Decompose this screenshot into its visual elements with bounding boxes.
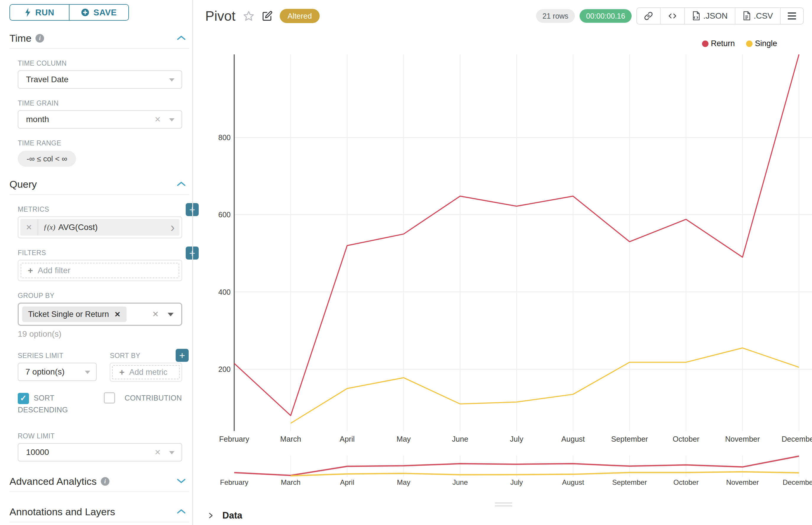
sort-descending-checkbox[interactable]: ✓ bbox=[18, 393, 29, 404]
caret-down-icon bbox=[169, 451, 175, 454]
x-tick-label: December bbox=[782, 435, 812, 443]
add-sort-metric-label: Add metric bbox=[129, 368, 167, 377]
function-icon: ƒ(x) bbox=[43, 223, 55, 231]
caret-down-icon bbox=[169, 78, 175, 81]
add-filter-button[interactable]: + Add filter bbox=[21, 263, 179, 278]
info-icon: i bbox=[101, 477, 109, 486]
mini-single-line[interactable] bbox=[291, 472, 799, 476]
filters-container: + Add filter bbox=[18, 260, 182, 281]
collapse-chevron-up-icon[interactable] bbox=[177, 35, 186, 42]
x-tick-label: June bbox=[452, 435, 468, 443]
advanced-analytics-title: Advanced Analytics bbox=[10, 476, 97, 487]
mini-x-tick-label: March bbox=[281, 478, 301, 486]
x-tick-label: November bbox=[725, 435, 760, 443]
remove-metric-icon[interactable]: ✕ bbox=[20, 219, 38, 236]
mini-x-tick-label: November bbox=[726, 478, 759, 486]
caret-down-icon bbox=[169, 118, 175, 121]
superset-explore-view: RUN SAVE Time i TIME COLUMN Travel Date bbox=[0, 0, 812, 525]
x-tick-label: September bbox=[611, 435, 648, 443]
group-by-options-hint: 19 option(s) bbox=[18, 329, 182, 339]
clear-icon[interactable]: ✕ bbox=[154, 448, 161, 457]
add-sort-metric-button[interactable]: + Add metric bbox=[112, 365, 180, 379]
lightning-bolt-icon bbox=[25, 8, 31, 17]
time-grain-value: month bbox=[26, 115, 49, 124]
sort-descending-option: ✓SORT DESCENDING bbox=[18, 392, 91, 416]
x-tick-label: April bbox=[339, 435, 355, 443]
mini-x-tick-label: September bbox=[612, 478, 647, 486]
line-chart[interactable]: 200400600800FebruaryMarchAprilMayJuneJul… bbox=[195, 0, 812, 449]
contribution-checkbox[interactable] bbox=[104, 392, 115, 404]
y-tick-label: 200 bbox=[218, 365, 231, 373]
x-tick-label: March bbox=[280, 435, 301, 443]
run-button[interactable]: RUN bbox=[10, 5, 69, 20]
save-button[interactable]: SAVE bbox=[69, 5, 128, 20]
remove-tag-icon[interactable]: ✕ bbox=[115, 310, 121, 319]
run-button-label: RUN bbox=[35, 8, 54, 17]
single-series-line[interactable] bbox=[291, 348, 799, 423]
mini-x-tick-label: December bbox=[783, 478, 812, 486]
row-limit-select[interactable]: 10000 ✕ bbox=[18, 443, 182, 462]
y-tick-label: 800 bbox=[218, 133, 231, 141]
group-by-label: GROUP BY bbox=[18, 292, 182, 300]
section-divider bbox=[10, 194, 189, 195]
mini-x-tick-label: February bbox=[220, 478, 248, 486]
time-column-select[interactable]: Travel Date bbox=[18, 70, 182, 89]
control-panel: RUN SAVE Time i TIME COLUMN Travel Date bbox=[0, 0, 192, 525]
time-range-pill[interactable]: -∞ ≤ col < ∞ bbox=[18, 151, 76, 167]
caret-down-icon bbox=[85, 371, 90, 374]
panel-divider[interactable] bbox=[192, 0, 193, 525]
run-save-button-group: RUN SAVE bbox=[10, 4, 129, 21]
group-by-tag-label: Ticket Single or Return bbox=[28, 310, 109, 319]
advanced-analytics-section: Advanced Analytics i bbox=[10, 476, 189, 492]
metric-pill[interactable]: ✕ ƒ(x) AVG(Cost) › bbox=[20, 219, 179, 236]
time-column-value: Travel Date bbox=[26, 75, 69, 84]
x-tick-label: May bbox=[397, 435, 411, 443]
group-by-tag: Ticket Single or Return ✕ bbox=[22, 306, 127, 322]
metrics-label: METRICS bbox=[18, 206, 182, 213]
mini-x-tick-label: August bbox=[562, 478, 584, 486]
data-section-toggle[interactable]: Data bbox=[207, 510, 242, 521]
section-divider bbox=[10, 48, 189, 49]
collapse-chevron-up-icon[interactable] bbox=[177, 181, 186, 188]
query-section-title: Query bbox=[10, 179, 37, 190]
series-limit-value: 7 option(s) bbox=[26, 367, 64, 377]
group-by-select[interactable]: Ticket Single or Return ✕ ✕ bbox=[18, 303, 182, 326]
section-divider bbox=[10, 522, 189, 522]
data-section-label: Data bbox=[222, 510, 242, 521]
metric-name: AVG(Cost) bbox=[58, 223, 98, 232]
series-limit-label: SERIES LIMIT bbox=[18, 352, 97, 360]
y-tick-label: 600 bbox=[218, 210, 231, 219]
resize-drag-handle[interactable] bbox=[493, 501, 514, 508]
clear-icon[interactable]: ✕ bbox=[154, 115, 161, 124]
plus-icon: + bbox=[119, 367, 124, 377]
collapse-chevron-down-icon[interactable] bbox=[177, 478, 186, 485]
range-selector-mini-chart[interactable]: FebruaryMarchAprilMayJuneJulyAugustSepte… bbox=[195, 454, 812, 494]
annotations-title: Annotations and Layers bbox=[10, 506, 115, 518]
row-limit-label: ROW LIMIT bbox=[18, 432, 182, 440]
mini-x-tick-label: May bbox=[397, 478, 410, 486]
time-section: Time i TIME COLUMN Travel Date TIME GRAI… bbox=[10, 32, 189, 167]
time-grain-label: TIME GRAIN bbox=[18, 99, 182, 107]
plus-circle-icon bbox=[81, 8, 89, 17]
row-limit-value: 10000 bbox=[26, 448, 49, 457]
mini-x-tick-label: June bbox=[453, 478, 468, 486]
series-limit-select[interactable]: 7 option(s) bbox=[18, 363, 97, 381]
annotations-section: Annotations and Layers bbox=[10, 506, 189, 522]
chart-panel: Pivot Altered 21 rows 00:00:00.16 bbox=[195, 0, 812, 525]
contribution-option: CONTRIBUTION bbox=[104, 392, 182, 416]
collapse-chevron-up-icon[interactable] bbox=[177, 509, 186, 515]
metric-container: ✕ ƒ(x) AVG(Cost) › bbox=[18, 216, 182, 238]
filters-label: FILTERS bbox=[18, 249, 182, 257]
x-tick-label: July bbox=[510, 435, 523, 443]
time-grain-select[interactable]: month ✕ bbox=[18, 110, 182, 129]
caret-down-icon bbox=[168, 313, 174, 316]
plus-icon: + bbox=[28, 266, 33, 275]
query-section: Query METRICS + ✕ ƒ(x) AVG(Cost) › bbox=[10, 179, 189, 462]
clear-icon[interactable]: ✕ bbox=[152, 310, 159, 319]
chevron-right-icon[interactable]: › bbox=[170, 221, 179, 234]
chevron-right-icon bbox=[207, 511, 215, 520]
add-sort-metric-plus-button[interactable]: + bbox=[176, 349, 189, 362]
x-tick-label: February bbox=[219, 435, 249, 443]
x-tick-label: August bbox=[561, 435, 585, 443]
time-range-label: TIME RANGE bbox=[18, 139, 182, 147]
